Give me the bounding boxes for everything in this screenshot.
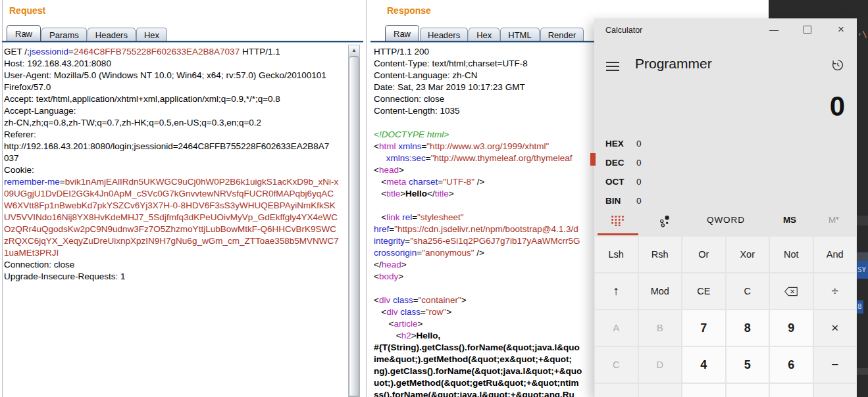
text-segment: =: [389, 224, 394, 234]
maximize-button[interactable]: [800, 22, 815, 37]
calc-key-f[interactable]: F: [639, 384, 682, 397]
tab-render[interactable]: Render: [540, 28, 584, 42]
calc-key-shift-up[interactable]: ↑: [595, 273, 638, 309]
calc-key-divide[interactable]: ÷: [814, 273, 857, 309]
calc-key-or[interactable]: Or: [682, 237, 725, 272]
calc-key-5[interactable]: 5: [727, 347, 769, 383]
calculator-window-title: Calculator: [605, 26, 642, 35]
calc-key-backspace[interactable]: [770, 273, 813, 309]
radix-row-dec[interactable]: DEC0: [594, 153, 857, 172]
calc-key-b[interactable]: B: [639, 310, 682, 346]
radix-label: OCT: [605, 177, 636, 187]
history-icon[interactable]: [830, 58, 845, 72]
text-segment: "container": [419, 295, 461, 305]
text-segment: =: [421, 307, 426, 317]
full-keypad-icon[interactable]: [607, 215, 627, 228]
tab-hex[interactable]: Hex: [469, 28, 499, 42]
close-button[interactable]: ×: [833, 22, 849, 37]
calc-key-plus[interactable]: +: [814, 384, 857, 397]
calc-key-rsh[interactable]: Rsh: [639, 237, 682, 272]
text-segment: Referer:: [4, 129, 36, 139]
calculator-window: Calculator — × Programmer 0 HEX0DEC0OCT0…: [594, 18, 857, 397]
text-segment: >: [398, 271, 403, 281]
calc-key-mod[interactable]: Mod: [639, 273, 682, 309]
tab-headers[interactable]: Headers: [420, 28, 468, 42]
text-segment: [374, 153, 386, 163]
calc-key-multiply[interactable]: ×: [814, 310, 857, 346]
calc-key-e[interactable]: E: [595, 384, 638, 397]
calc-key-minus[interactable]: −: [814, 347, 857, 383]
tab-headers[interactable]: Headers: [88, 28, 136, 42]
tab-hex[interactable]: Hex: [136, 28, 167, 42]
radix-value: 0: [636, 139, 642, 149]
calc-key-c[interactable]: C: [727, 273, 769, 309]
text-segment: Hello,: [417, 331, 441, 340]
calc-key-2[interactable]: 2: [727, 384, 769, 397]
background-code-backslash: \: [862, 29, 867, 39]
memory-flyout-button[interactable]: M▾: [818, 215, 850, 225]
calc-key-9[interactable]: 9: [770, 310, 813, 346]
calc-key-3[interactable]: 3: [770, 384, 813, 397]
scroll-up-button[interactable]: ▲: [349, 45, 359, 57]
calc-key-7[interactable]: 7: [682, 310, 725, 346]
calc-key-d[interactable]: D: [639, 347, 682, 383]
text-segment: "https://cdn.jsdelivr.net/npm/bootstrap@…: [394, 224, 578, 234]
word-size-button[interactable]: QWORD: [693, 215, 759, 225]
calc-key-not[interactable]: Not: [770, 237, 813, 272]
text-segment: title: [435, 189, 449, 198]
radix-row-bin[interactable]: BIN0: [594, 191, 857, 210]
minimize-button[interactable]: —: [766, 22, 782, 37]
text-segment: charset: [409, 177, 438, 187]
request-scrollbar[interactable]: ▲: [348, 45, 360, 397]
text-line: http://192.168.43.201:8080/login;jsessio…: [4, 141, 345, 152]
text-line: W6XVtt8Fp1nBwebKd7pkYSZCv6Yj3X7H-0-8HDV6…: [4, 200, 345, 212]
text-segment: HTTP/1.1 200: [374, 47, 429, 57]
memory-store-button[interactable]: MS: [773, 215, 806, 225]
text-segment: >: [399, 165, 404, 175]
text-line: Host: 192.168.43.201:8080: [4, 58, 345, 70]
maximize-icon: [804, 26, 811, 34]
calculator-display: 0: [830, 91, 845, 122]
bit-toggle-keypad-icon[interactable]: [655, 215, 675, 229]
calc-key-lsh[interactable]: Lsh: [595, 237, 638, 272]
text-segment: http://192.168.43.201:8080/login;jsessio…: [4, 141, 329, 151]
text-segment: =: [68, 47, 74, 57]
tab-params[interactable]: Params: [41, 28, 87, 42]
radix-row-hex[interactable]: HEX0: [594, 134, 857, 153]
hamburger-menu-icon[interactable]: [606, 62, 619, 71]
text-line: Upgrade-Insecure-Requests: 1: [4, 271, 345, 283]
calculator-mode-title: Programmer: [635, 56, 712, 72]
text-segment: Accept: text/html,application/xhtml+xml,…: [4, 94, 280, 104]
calc-key-8[interactable]: 8: [727, 310, 769, 346]
text-segment: crossorigin: [374, 248, 417, 258]
calc-key-ce[interactable]: CE: [682, 273, 725, 309]
text-segment: Connection: close: [374, 94, 444, 104]
panel-splitter[interactable]: [366, 0, 367, 397]
calc-key-6[interactable]: 6: [770, 347, 813, 383]
radix-selected-indicator: [590, 153, 596, 166]
calc-key-a[interactable]: A: [595, 310, 638, 346]
tab-raw[interactable]: Raw: [385, 25, 419, 42]
text-segment: Content-Length: 1035: [374, 106, 460, 116]
background-window-right: , \ SY 8: [857, 18, 868, 397]
text-segment: class: [393, 295, 413, 305]
request-raw-textarea[interactable]: GET /;jsessionid=2464C8FFB755228F602633E…: [4, 46, 345, 397]
calc-key-and[interactable]: And: [814, 237, 857, 272]
text-segment: h2: [401, 331, 411, 340]
scrollbar-thumb[interactable]: [349, 57, 359, 396]
tab-html[interactable]: HTML: [500, 28, 539, 42]
text-segment: div: [386, 307, 397, 317]
calc-key-1[interactable]: 1: [682, 384, 725, 397]
text-segment: Connection: close: [4, 260, 74, 269]
text-segment: <: [374, 189, 386, 198]
text-segment: zh-CN,zh;q=0.8,zh-TW;q=0.7,zh-HK;q=0.5,e…: [4, 118, 261, 128]
calc-key-4[interactable]: 4: [682, 347, 725, 383]
radix-row-oct[interactable]: OCT0: [594, 172, 857, 191]
calc-key-xor[interactable]: Xor: [727, 237, 769, 272]
text-segment: <: [374, 177, 386, 187]
text-segment: >: [461, 295, 467, 305]
text-line: Accept: text/html,application/xhtml+xml,…: [4, 93, 345, 105]
response-panel-title: Response: [387, 5, 431, 16]
tab-raw[interactable]: Raw: [7, 25, 41, 42]
calc-key-c[interactable]: C: [595, 347, 638, 383]
